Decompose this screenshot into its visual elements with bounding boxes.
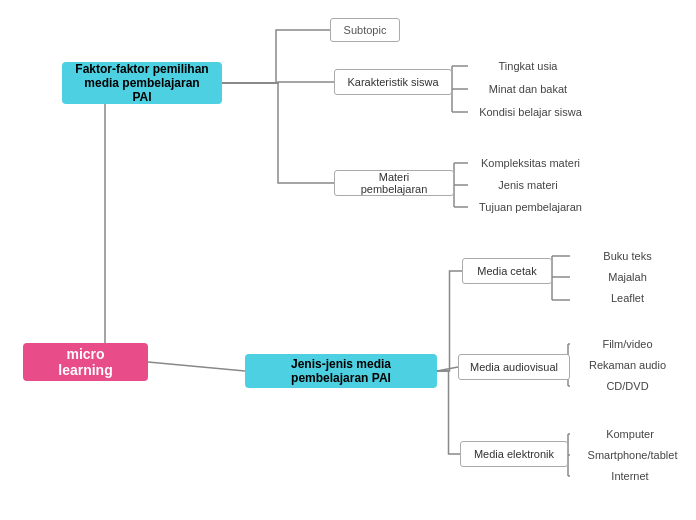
- branch1-label: Faktor-faktor pemilihan media pembelajar…: [74, 62, 210, 104]
- av-leaf-1: Film/video: [570, 333, 685, 355]
- media-audiovisual-node: Media audiovisual: [458, 354, 570, 380]
- mat-leaf-1: Kompleksitas materi: [468, 152, 593, 174]
- subtopic-node: Subtopic: [330, 18, 400, 42]
- materi-node: Materi pembelajaran: [334, 170, 454, 196]
- mat-leaf-2: Jenis materi: [468, 174, 588, 196]
- subtopic-label: Subtopic: [344, 24, 387, 36]
- cetak-leaf-2: Majalah: [570, 266, 685, 288]
- materi-label: Materi pembelajaran: [345, 171, 443, 195]
- branch2-label: Jenis-jenis media pembelajaran PAI: [257, 357, 425, 385]
- branch1-node: Faktor-faktor pemilihan media pembelajar…: [62, 62, 222, 104]
- av-leaf-3: CD/DVD: [570, 375, 685, 397]
- svg-line-0: [148, 362, 245, 371]
- kar-leaf-2: Minat dan bakat: [468, 78, 588, 100]
- karakteristik-node: Karakteristik siswa: [334, 69, 452, 95]
- svg-line-9: [437, 367, 458, 371]
- mat-leaf-3: Tujuan pembelajaran: [468, 196, 593, 218]
- karakteristik-label: Karakteristik siswa: [347, 76, 438, 88]
- root-node: micro learning: [23, 343, 148, 381]
- cetak-leaf-3: Leaflet: [570, 287, 685, 309]
- av-leaf-2: Rekaman audio: [570, 354, 685, 376]
- el-leaf-1: Komputer: [570, 423, 690, 445]
- kar-leaf-1: Tingkat usia: [468, 55, 588, 77]
- cetak-leaf-1: Buku teks: [570, 245, 685, 267]
- media-elektronik-node: Media elektronik: [460, 441, 568, 467]
- el-leaf-2: Smartphone/tablet: [570, 444, 695, 466]
- kar-leaf-3: Kondisi belajar siswa: [468, 101, 593, 123]
- root-label: micro learning: [39, 346, 132, 378]
- branch2-node: Jenis-jenis media pembelajaran PAI: [245, 354, 437, 388]
- media-cetak-node: Media cetak: [462, 258, 552, 284]
- el-leaf-3: Internet: [570, 465, 690, 487]
